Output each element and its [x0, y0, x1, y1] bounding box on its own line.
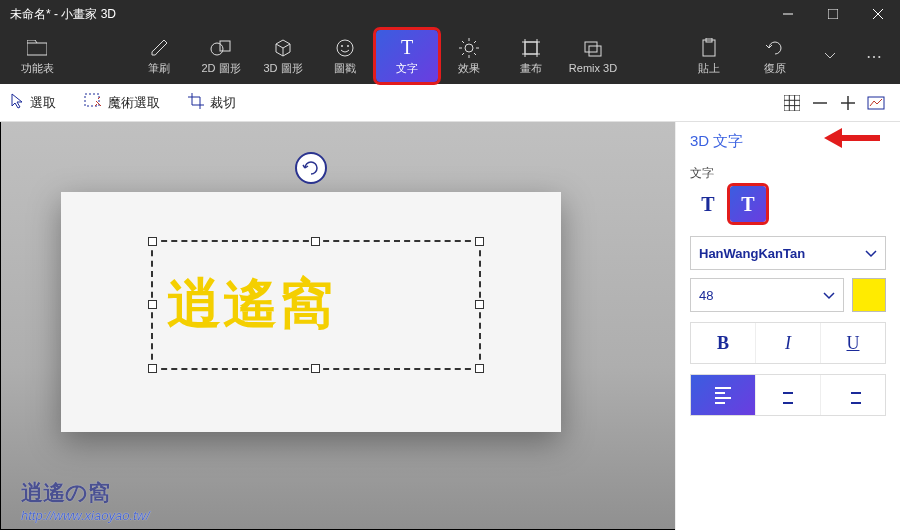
resize-handle-w[interactable]	[148, 300, 157, 309]
resize-handle-nw[interactable]	[148, 237, 157, 246]
shapes3d-icon	[273, 37, 293, 59]
stickers-icon	[335, 37, 355, 59]
tool-crop[interactable]: 裁切	[188, 93, 236, 112]
maximize-button[interactable]	[810, 0, 855, 28]
tool-select[interactable]: 選取	[10, 93, 56, 112]
watermark: 逍遙の窩 http://www.xiaoyao.tw/	[21, 478, 150, 523]
text-mode-2d[interactable]: T	[690, 186, 726, 222]
text-icon: T	[401, 37, 413, 59]
watermark-url: http://www.xiaoyao.tw/	[21, 508, 150, 523]
ribbon-paste[interactable]: 貼上	[678, 30, 740, 82]
subtoolbar: 選取 魔術選取 裁切	[0, 84, 900, 122]
ribbon-more-dropdown[interactable]	[810, 36, 850, 76]
undo-icon	[765, 37, 785, 59]
ribbon: 功能表 筆刷 2D 圖形 3D 圖形 圖戳 T 文字 效果 畫布 Remix 3…	[0, 28, 900, 84]
underline-button[interactable]: U	[821, 323, 885, 363]
align-left-button[interactable]	[691, 375, 756, 415]
svg-point-7	[337, 40, 353, 56]
main-area: 逍遙窩 逍遙の窩 http://www.xiaoyao.tw/ 3D 文字 文字…	[0, 122, 900, 530]
zoom-out[interactable]	[806, 89, 834, 117]
canvas-surface[interactable]: 逍遙窩	[61, 192, 561, 432]
watermark-brand: 逍遙の窩	[21, 478, 150, 508]
ribbon-effects-label: 效果	[458, 61, 480, 76]
ribbon-menu-label: 功能表	[21, 61, 54, 76]
align-center-button[interactable]	[756, 375, 821, 415]
ribbon-paste-label: 貼上	[698, 61, 720, 76]
resize-handle-se[interactable]	[475, 364, 484, 373]
font-family-value: HanWangKanTan	[699, 246, 805, 261]
bold-button[interactable]: B	[691, 323, 756, 363]
ribbon-more[interactable]: ⋯	[854, 36, 894, 76]
resize-handle-s[interactable]	[311, 364, 320, 373]
paste-icon	[701, 37, 717, 59]
ribbon-canvas[interactable]: 畫布	[500, 30, 562, 82]
ribbon-effects[interactable]: 效果	[438, 30, 500, 82]
ribbon-menu[interactable]: 功能表	[6, 30, 68, 82]
ribbon-remix-label: Remix 3D	[569, 62, 617, 74]
grid-toggle[interactable]	[778, 89, 806, 117]
window-title: 未命名* - 小畫家 3D	[10, 6, 765, 23]
zoom-in[interactable]	[834, 89, 862, 117]
ribbon-2d-shapes[interactable]: 2D 圖形	[190, 30, 252, 82]
ribbon-stickers[interactable]: 圖戳	[314, 30, 376, 82]
align-right-icon	[845, 387, 861, 404]
chevron-down-icon	[823, 288, 835, 303]
cursor-icon	[10, 93, 24, 112]
resize-handle-ne[interactable]	[475, 237, 484, 246]
svg-point-9	[347, 45, 349, 47]
minimize-button[interactable]	[765, 0, 810, 28]
ribbon-canvas-label: 畫布	[520, 61, 542, 76]
brush-icon	[149, 37, 169, 59]
svg-point-5	[211, 43, 223, 55]
titlebar: 未命名* - 小畫家 3D	[0, 0, 900, 28]
text-mode-3d[interactable]: T	[730, 186, 766, 222]
svg-point-8	[341, 45, 343, 47]
font-size-select[interactable]: 48	[690, 278, 844, 312]
ribbon-brush-label: 筆刷	[148, 61, 170, 76]
callout-arrow-icon	[824, 126, 880, 150]
svg-rect-29	[784, 95, 800, 111]
ribbon-3d-shapes[interactable]: 3D 圖形	[252, 30, 314, 82]
svg-rect-25	[589, 46, 601, 56]
align-center-icon	[780, 387, 796, 404]
resize-handle-e[interactable]	[475, 300, 484, 309]
shapes2d-icon	[210, 37, 232, 59]
font-family-select[interactable]: HanWangKanTan	[690, 236, 886, 270]
svg-line-15	[462, 41, 464, 43]
crop-icon	[188, 93, 204, 112]
italic-button[interactable]: I	[756, 323, 821, 363]
text-properties-panel: 3D 文字 文字 T T HanWangKanTan 48 B I U	[675, 122, 900, 530]
ribbon-2d-label: 2D 圖形	[201, 61, 240, 76]
canvas-text[interactable]: 逍遙窩	[167, 268, 335, 341]
svg-rect-1	[828, 9, 838, 19]
text-selection-box[interactable]: 逍遙窩	[151, 240, 481, 370]
tool-magic-select[interactable]: 魔術選取	[84, 93, 160, 112]
svg-line-16	[474, 53, 476, 55]
ribbon-undo[interactable]: 復原	[744, 30, 806, 82]
align-left-icon	[715, 387, 731, 404]
ribbon-3d-label: 3D 圖形	[263, 61, 302, 76]
svg-rect-4	[27, 43, 47, 55]
ribbon-brush[interactable]: 筆刷	[128, 30, 190, 82]
chevron-down-icon	[865, 246, 877, 261]
canvas-viewport[interactable]: 逍遙窩 逍遙の窩 http://www.xiaoyao.tw/	[0, 122, 675, 530]
align-right-button[interactable]	[821, 375, 885, 415]
ribbon-text-label: 文字	[396, 61, 418, 76]
svg-rect-24	[585, 42, 597, 52]
close-button[interactable]	[855, 0, 900, 28]
svg-line-18	[462, 53, 464, 55]
ribbon-text[interactable]: T 文字	[376, 30, 438, 82]
font-size-value: 48	[699, 288, 713, 303]
ribbon-remix3d[interactable]: Remix 3D	[562, 30, 624, 82]
remix3d-icon	[583, 38, 603, 60]
tool-crop-label: 裁切	[210, 94, 236, 112]
resize-handle-n[interactable]	[311, 237, 320, 246]
resize-handle-sw[interactable]	[148, 364, 157, 373]
rotate-handle[interactable]	[295, 152, 327, 184]
text-color-swatch[interactable]	[852, 278, 886, 312]
view-3d-toggle[interactable]	[862, 89, 890, 117]
folder-icon	[27, 37, 47, 59]
tool-magic-label: 魔術選取	[108, 94, 160, 112]
magic-select-icon	[84, 93, 102, 112]
ribbon-stickers-label: 圖戳	[334, 61, 356, 76]
